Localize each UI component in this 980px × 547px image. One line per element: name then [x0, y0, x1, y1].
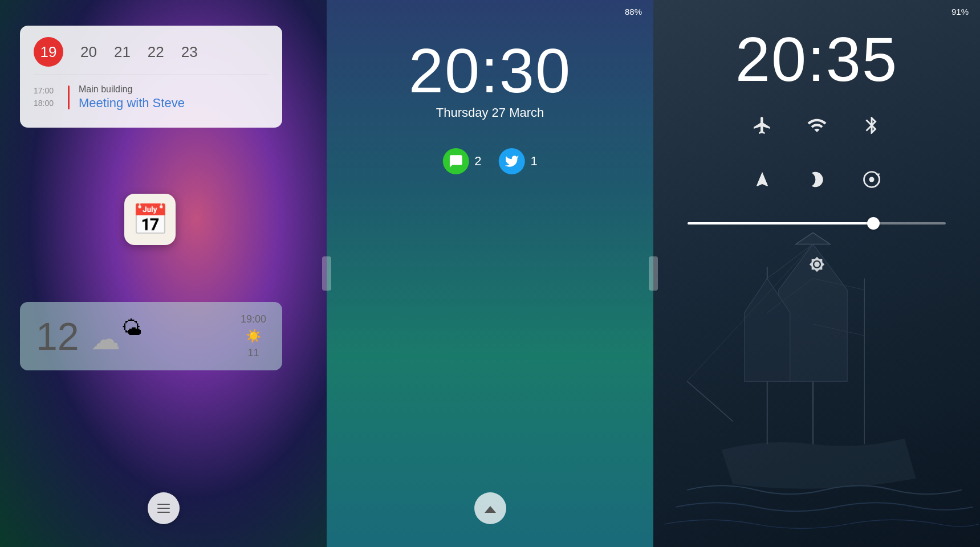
lock-screen-date: Thursday 27 March — [436, 105, 544, 120]
slider-thumb[interactable] — [867, 217, 880, 230]
weather-widget[interactable]: 12 🌤 ☁ 19:00 ☀️ 11 — [20, 302, 282, 370]
hamburger-line-2 — [157, 508, 170, 509]
calendar-widget[interactable]: 19 20 21 22 23 17:00 18:00 Main building… — [20, 26, 282, 128]
do-not-disturb-icon[interactable] — [806, 168, 828, 191]
svg-line-3 — [687, 381, 733, 421]
event-end-time: 18:00 — [34, 97, 59, 109]
panel2-right-tab — [649, 256, 653, 291]
notification-panel: 19 20 21 22 23 17:00 18:00 Main building… — [0, 0, 327, 547]
messages-svg — [448, 154, 463, 169]
date-23: 23 — [181, 43, 198, 61]
brightness-slider[interactable] — [688, 222, 946, 224]
twitter-count: 1 — [531, 154, 538, 169]
hamburger-button[interactable] — [148, 492, 180, 524]
lock-screen-panel: 88% 20:30 Thursday 27 March 2 1 — [327, 0, 653, 547]
today-date: 19 — [34, 37, 63, 67]
airplane-mode-icon[interactable] — [751, 114, 774, 137]
bluetooth-svg — [861, 115, 882, 136]
date-21: 21 — [114, 43, 131, 61]
control-icons-row2 — [751, 168, 883, 191]
control-icons-row1 — [751, 114, 883, 137]
control-center-panel: 91% 20:35 — [653, 0, 980, 547]
forecast-time: 19:00 — [241, 313, 266, 325]
sun-icon: 🌤 — [121, 316, 142, 340]
twitter-notification[interactable]: 1 — [499, 148, 538, 174]
rotation-lock-icon[interactable] — [860, 168, 883, 191]
rotation-lock-svg — [861, 169, 882, 190]
chevron-up-icon — [485, 506, 496, 513]
notifications-row: 2 1 — [442, 148, 538, 174]
battery-indicator-3: 91% — [951, 7, 969, 17]
panel2-left-tab — [327, 256, 331, 291]
date-20: 20 — [80, 43, 97, 61]
calendar-divider — [34, 75, 269, 75]
swipe-up-button[interactable] — [474, 492, 506, 524]
date-22: 22 — [148, 43, 164, 61]
wifi-svg — [807, 115, 827, 136]
twitter-svg — [505, 154, 519, 169]
moon-svg — [808, 170, 826, 189]
panel1-right-tab — [322, 256, 327, 291]
slider-track — [688, 222, 946, 224]
location-svg — [753, 170, 771, 189]
ship-background — [653, 164, 980, 547]
hamburger-line-3 — [157, 512, 170, 513]
brightness-icon — [809, 256, 825, 276]
event-details: Main building Meeting with Steve — [79, 84, 185, 111]
calendar-event: 17:00 18:00 Main building Meeting with S… — [34, 84, 269, 111]
twitter-icon — [499, 148, 525, 174]
brightness-svg — [809, 256, 825, 272]
weather-forecast: 19:00 ☀️ 11 — [241, 313, 266, 359]
event-times: 17:00 18:00 — [34, 84, 59, 111]
messages-count: 2 — [474, 154, 481, 169]
panel3-left-tab — [653, 256, 658, 291]
messages-icon — [442, 148, 469, 174]
forecast-sun-icon: ☀️ — [246, 329, 261, 344]
hamburger-line-1 — [157, 504, 170, 505]
control-center-time: 20:35 — [735, 23, 898, 95]
calendar-dates: 19 20 21 22 23 — [34, 37, 269, 67]
forecast-temperature: 11 — [247, 347, 259, 359]
location-icon[interactable] — [751, 168, 774, 191]
cloud-icon: ☁ — [91, 322, 120, 356]
airplane-svg — [752, 115, 772, 136]
calendar-app-icon[interactable]: 📅 — [124, 194, 176, 245]
event-start-time: 17:00 — [34, 84, 59, 97]
lock-screen-time: 20:30 — [409, 34, 571, 107]
slider-fill — [688, 222, 873, 224]
bluetooth-icon[interactable] — [860, 114, 883, 137]
messages-notification[interactable]: 2 — [442, 148, 481, 174]
current-temperature: 12 — [36, 317, 79, 356]
event-color-bar — [68, 85, 70, 109]
wifi-icon[interactable] — [806, 114, 828, 137]
event-location: Main building — [79, 84, 185, 95]
event-title: Meeting with Steve — [79, 96, 185, 111]
battery-indicator-2: 88% — [625, 7, 642, 17]
weather-icon-container: 🌤 ☁ — [91, 316, 142, 356]
